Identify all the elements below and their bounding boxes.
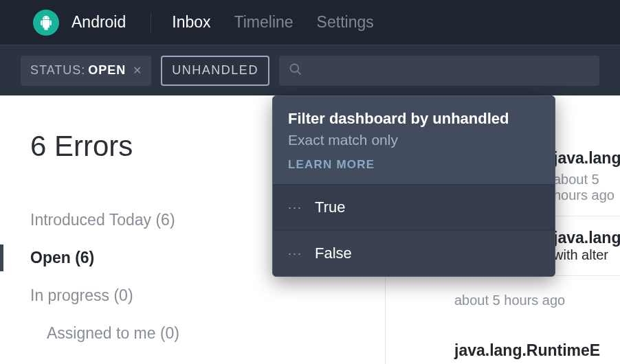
unhandled-label: UNHANDLED <box>172 63 258 78</box>
error-row[interactable]: about 5 hours ago <box>386 276 620 321</box>
svg-point-0 <box>44 17 45 18</box>
nav-tabs: Inbox Timeline Settings <box>172 13 373 32</box>
search-icon <box>289 62 302 79</box>
svg-point-2 <box>290 64 298 72</box>
filter-assigned-to-me[interactable]: Assigned to me (0) <box>30 315 385 352</box>
search-box[interactable] <box>279 56 599 86</box>
filter-popover: Filter dashboard by unhandled Exact matc… <box>272 95 555 277</box>
status-filter-pill[interactable]: STATUS: OPEN ✕ <box>21 56 151 86</box>
tab-settings[interactable]: Settings <box>317 13 374 32</box>
brand: Android <box>33 10 126 36</box>
popover-title: Filter dashboard by unhandled <box>288 110 540 128</box>
tab-timeline[interactable]: Timeline <box>234 13 294 32</box>
search-input[interactable] <box>309 63 590 78</box>
error-title: java.lang.RuntimeE <box>454 341 620 360</box>
dots-icon: ··· <box>288 247 302 261</box>
android-icon <box>33 10 59 36</box>
unhandled-filter-pill[interactable]: UNHANDLED <box>161 56 269 86</box>
tab-inbox[interactable]: Inbox <box>172 13 210 32</box>
status-value: OPEN <box>88 63 126 78</box>
error-row[interactable]: java.lang.RuntimeE <box>386 321 620 364</box>
error-title: java.lang.RuntimeE <box>553 229 620 247</box>
svg-line-3 <box>298 71 301 74</box>
option-label: True <box>315 198 345 216</box>
filter-in-progress[interactable]: In progress (0) <box>30 277 385 315</box>
close-icon[interactable]: ✕ <box>133 64 142 77</box>
filter-option-false[interactable]: ··· False <box>273 230 555 276</box>
error-time: about 5 hours ago <box>454 293 620 308</box>
app-name: Android <box>71 13 126 32</box>
popover-subtitle: Exact match only <box>288 132 540 148</box>
option-label: False <box>315 244 352 262</box>
popover-header: Filter dashboard by unhandled Exact matc… <box>273 96 555 184</box>
status-label: STATUS: <box>30 63 85 78</box>
dots-icon: ··· <box>288 201 302 215</box>
learn-more-link[interactable]: LEARN MORE <box>288 158 540 172</box>
top-navigation: Android Inbox Timeline Settings <box>0 0 620 45</box>
error-subtitle: with alter <box>553 247 620 263</box>
svg-point-1 <box>47 17 48 18</box>
error-title: java.lang.RuntimeE <box>553 149 620 168</box>
filter-bar: STATUS: OPEN ✕ UNHANDLED <box>0 45 620 95</box>
filter-option-true[interactable]: ··· True <box>273 184 555 230</box>
divider <box>151 13 151 32</box>
error-time: about 5 hours ago <box>553 172 620 203</box>
